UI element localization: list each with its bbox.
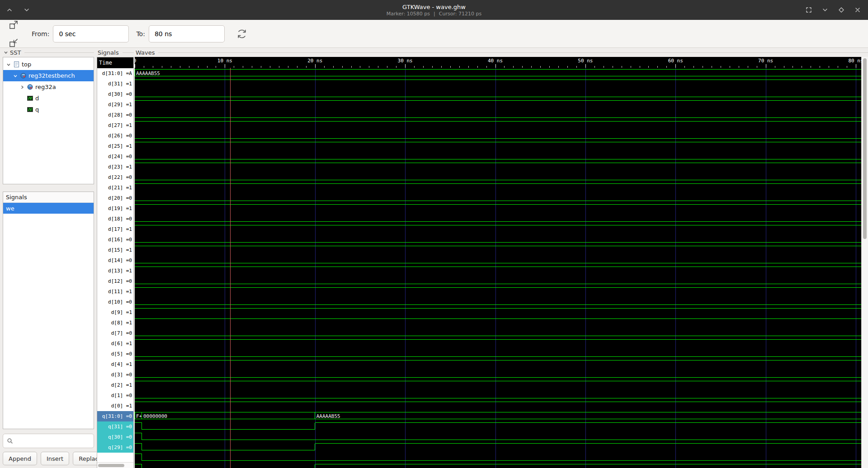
diamond-icon[interactable] xyxy=(836,5,846,15)
signal-name-row-d[13][interactable]: d[13] =1 xyxy=(97,266,133,276)
signal-name-row-d[28][interactable]: d[28] =0 xyxy=(97,110,133,120)
fullscreen-icon[interactable] xyxy=(804,5,814,15)
wave-area: 010 ns20 ns30 ns40 ns50 ns60 ns70 ns80 n… xyxy=(135,57,868,468)
signal-name-row-d[17][interactable]: d[17] =1 xyxy=(97,224,133,234)
wave-canvas[interactable]: AAAAAB55F+00000000AAAAAB55 xyxy=(135,68,861,468)
search-box xyxy=(3,434,94,448)
toolbar: From: To: xyxy=(0,20,868,48)
signal-name-row-d[10][interactable]: d[10] =0 xyxy=(97,297,133,307)
tree-item-d[interactable]: d xyxy=(3,93,94,104)
tree-item-reg32a[interactable]: reg32a xyxy=(3,81,94,93)
insert-button[interactable]: Insert xyxy=(41,452,69,465)
status-separator: | xyxy=(434,11,435,17)
to-input[interactable] xyxy=(149,25,225,42)
names-scrollbar-thumb[interactable] xyxy=(98,464,124,467)
svg-text:0: 0 xyxy=(135,58,136,64)
signal-name-row-d[7][interactable]: d[7] =0 xyxy=(97,328,133,338)
signal-name-row-d[2][interactable]: d[2] =1 xyxy=(97,380,133,390)
wave-timescale[interactable]: 010 ns20 ns30 ns40 ns50 ns60 ns70 ns80 n… xyxy=(135,57,861,68)
titlebar: GTKWave - wave.ghw Marker: 10580 ps | Cu… xyxy=(0,0,868,20)
waves-vertical-scrollbar[interactable] xyxy=(861,57,868,468)
svg-text:60 ns: 60 ns xyxy=(668,58,683,64)
signals-label-text: Signals xyxy=(98,49,119,56)
signal-icon xyxy=(27,107,33,112)
to-label: To: xyxy=(136,30,145,37)
signal-name-row-d[29][interactable]: d[29] =1 xyxy=(97,99,133,110)
module-icon xyxy=(14,61,19,67)
tree-item-q[interactable]: q xyxy=(3,104,94,115)
signal-name-row-d[25][interactable]: d[25] =1 xyxy=(97,141,133,151)
close-icon[interactable] xyxy=(853,5,863,15)
tree-item-label: d xyxy=(35,95,39,102)
svg-text:10 ns: 10 ns xyxy=(217,58,232,64)
signal-name-row-d[23][interactable]: d[23] =1 xyxy=(97,162,133,172)
chevron-down-icon[interactable] xyxy=(13,74,18,78)
marker-cursor-status: Marker: 10580 ps | Cursor: 71210 ps xyxy=(387,11,481,17)
waves-scrollbar-thumb[interactable] xyxy=(863,58,867,239)
signal-name-row-d[22][interactable]: d[22] =0 xyxy=(97,172,133,183)
signal-name-row-d[12][interactable]: d[12] =0 xyxy=(97,276,133,286)
signal-name-row-d[16][interactable]: d[16] =0 xyxy=(97,234,133,245)
signal-name-row-d[11][interactable]: d[11] =1 xyxy=(97,286,133,297)
signal-name-row-d[9][interactable]: d[9] =1 xyxy=(97,307,133,318)
signal-name-row-d[1][interactable]: d[1] =0 xyxy=(97,390,133,401)
zoom-in-icon xyxy=(8,19,19,31)
search-input[interactable] xyxy=(16,438,90,445)
signal-name-row-q[29][interactable]: q[29] =0 xyxy=(97,442,133,453)
marker-status: Marker: 10580 ps xyxy=(387,11,430,17)
signal-name-row-d[19][interactable]: d[19] =1 xyxy=(97,203,133,214)
signal-name-row-d[5][interactable]: d[5] =0 xyxy=(97,349,133,359)
tree-item-label: reg32testbench xyxy=(28,72,75,79)
tree-item-top[interactable]: top xyxy=(3,59,94,70)
chevron-up-icon[interactable] xyxy=(5,5,14,15)
signal-name-row-d[14][interactable]: d[14] =0 xyxy=(97,255,133,266)
signal-name-row-d[27][interactable]: d[27] =1 xyxy=(97,120,133,131)
tree-item-label: top xyxy=(22,61,31,68)
signal-name-row-d[15][interactable]: d[15] =1 xyxy=(97,245,133,255)
signal-name-row-d[20][interactable]: d[20] =0 xyxy=(97,193,133,203)
signal-name-row-d[31:0][interactable]: d[31:0] =A xyxy=(97,68,133,79)
waves-label-text: Waves xyxy=(136,49,155,56)
signal-name-row-d[26][interactable]: d[26] =0 xyxy=(97,131,133,141)
signal-name-row-d[30][interactable]: d[30] =0 xyxy=(97,89,133,99)
signal-name-row-d[0][interactable]: d[0] =1 xyxy=(97,401,133,411)
signal-name-row-d[8][interactable]: d[8] =1 xyxy=(97,318,133,328)
signal-name-row-d[3][interactable]: d[3] =0 xyxy=(97,370,133,380)
svg-text:F+: F+ xyxy=(136,413,142,419)
sst-label-text: SST xyxy=(10,49,21,56)
signal-name-row-d[31][interactable]: d[31] =1 xyxy=(97,79,133,89)
chevron-down-icon[interactable] xyxy=(4,50,8,55)
tree-item-label: q xyxy=(35,106,39,113)
chevron-down-icon[interactable] xyxy=(6,62,11,67)
svg-text:AAAAAB55: AAAAAB55 xyxy=(316,413,340,419)
sst-signals-box: Signals we xyxy=(3,192,94,429)
reload-button[interactable] xyxy=(233,25,251,43)
svg-text:AAAAAB55: AAAAAB55 xyxy=(136,70,160,76)
signal-name-row-q[31][interactable]: q[31] =0 xyxy=(97,421,133,432)
append-button[interactable]: Append xyxy=(3,452,37,465)
svg-text:80 ns: 80 ns xyxy=(848,58,861,64)
svg-text:50 ns: 50 ns xyxy=(578,58,593,64)
signal-icon xyxy=(27,95,33,101)
from-input[interactable] xyxy=(53,25,129,42)
tree-item-reg32testbench[interactable]: reg32testbench xyxy=(3,70,94,81)
svg-text:20 ns: 20 ns xyxy=(307,58,322,64)
sst-panel: SST topreg32testbenchreg32adq Signals we… xyxy=(0,48,96,468)
signal-name-row-q[30][interactable]: q[30] =0 xyxy=(97,432,133,442)
sst-frame-label: SST xyxy=(3,48,94,57)
chevron-down-icon[interactable] xyxy=(820,5,830,15)
chevron-down-icon[interactable] xyxy=(22,5,32,15)
signal-name-row-d[21][interactable]: d[21] =1 xyxy=(97,183,133,193)
signal-name-row-d[6][interactable]: d[6] =1 xyxy=(97,338,133,349)
signal-name-row-d[24][interactable]: d[24] =0 xyxy=(97,151,133,162)
signal-name-row-q[31:0][interactable]: q[31:0] =0 xyxy=(97,411,133,421)
sst-signal-item-we[interactable]: we xyxy=(3,203,94,214)
svg-text:30 ns: 30 ns xyxy=(398,58,413,64)
signal-name-row-d[4][interactable]: d[4] =1 xyxy=(97,359,133,370)
names-horizontal-scrollbar[interactable] xyxy=(97,462,133,468)
sst-actions: Append Insert Replace xyxy=(3,452,94,465)
chevron-right-icon[interactable] xyxy=(19,85,25,89)
svg-text:70 ns: 70 ns xyxy=(758,58,773,64)
window-title: GTKWave - wave.ghw xyxy=(402,4,466,10)
signal-name-row-d[18][interactable]: d[18] =0 xyxy=(97,214,133,224)
